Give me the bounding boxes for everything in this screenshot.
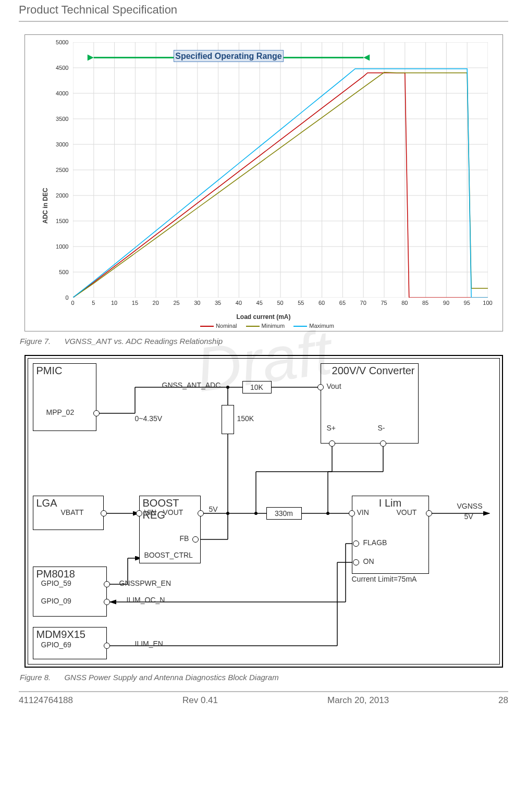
label-range-v: 0~4.35V <box>135 414 163 423</box>
block-diagram-figure-8: PMIC MPP_02 0~4.35V GNSS_ANT_ADC 200V/V … <box>24 355 503 668</box>
pin-vbatt: VBATT <box>61 508 84 516</box>
dot-vbatt <box>101 510 107 516</box>
legend-nominal: Nominal <box>216 323 237 329</box>
pin-sminus: S- <box>378 424 385 432</box>
page-footer: 41124764188 Rev 0.41 March 20, 2013 28 <box>19 691 508 706</box>
pin-fb: FB <box>180 534 189 543</box>
label-vgnss: VGNSS <box>457 502 483 510</box>
pin-vout2: VOUT <box>397 508 417 516</box>
pin-mpp02: MPP_02 <box>46 408 75 416</box>
resistor-10k: 10K <box>242 381 272 393</box>
x-axis-title: Load current (mA) <box>25 313 503 321</box>
dot-gpio59 <box>104 581 110 587</box>
dot-vout1 <box>198 510 204 516</box>
dot-vout-conv <box>317 384 324 390</box>
pin-gpio69: GPIO_69 <box>41 641 71 649</box>
block-pm8018: PM8018 <box>33 567 107 617</box>
legend-minimum: Minimum <box>262 323 285 329</box>
dot-on <box>353 559 359 565</box>
footer-date: March 20, 2013 <box>327 695 389 706</box>
dot-vout2 <box>426 510 432 516</box>
pin-vout-conv: Vout <box>327 382 341 390</box>
block-pmic: PMIC <box>33 363 96 431</box>
pin-gpio09: GPIO_09 <box>41 597 71 605</box>
label-ilim-en: ILIM_EN <box>135 639 163 648</box>
label-gnsspwr-en: GNSSPWR_EN <box>119 579 171 587</box>
pin-vin1: VIN <box>144 508 156 516</box>
dot-gpio69 <box>104 643 110 649</box>
pin-vin2: VIN <box>357 508 369 516</box>
label-5v: 5V <box>209 505 218 513</box>
label-gnss-ant-adc: GNSS_ANT_ADC <box>162 381 221 389</box>
pin-gpio59: GPIO_59 <box>41 579 71 587</box>
pin-boost-ctrl: BOOST_CTRL <box>144 551 193 559</box>
dot-splus <box>329 440 335 447</box>
chart-legend: Nominal Minimum Maximum <box>25 323 503 329</box>
svg-text:Specified Operating Range: Specified Operating Range <box>175 52 282 60</box>
dot-mpp02 <box>93 410 100 416</box>
dot-sminus <box>380 440 386 447</box>
label-150k: 150K <box>237 414 254 423</box>
dot-vin1 <box>136 510 142 516</box>
resistor-330m: 330m <box>266 507 302 520</box>
chart-figure-7: Draft ADC in DEC 05001000150020002500300… <box>24 34 503 331</box>
dot-fb <box>192 536 199 543</box>
footer-rev: Rev 0.41 <box>182 695 218 706</box>
dot-vin2 <box>349 510 355 516</box>
pin-flagb: FLAGB <box>363 538 387 547</box>
pin-splus: S+ <box>327 424 336 432</box>
dot-flagb <box>353 540 359 547</box>
pin-vout1: VOUT <box>163 508 183 516</box>
pin-on: ON <box>363 557 374 565</box>
label-ilim-oc-n: ILIM_OC_N <box>127 596 165 604</box>
footer-page: 28 <box>498 695 508 706</box>
label-vgnss5v: 5V <box>464 512 473 521</box>
figure-7-caption: Figure 7. VGNSS_ANT vs. ADC Readings Rel… <box>20 337 508 346</box>
resistor-150k <box>222 405 234 434</box>
footer-docid: 41124764188 <box>19 695 73 706</box>
legend-maximum: Maximum <box>309 323 334 329</box>
dot-gpio09 <box>104 599 110 605</box>
label-current-limit: Current Limit=75mA <box>352 575 417 583</box>
doc-title: Product Technical Specification <box>19 0 508 21</box>
figure-8-caption: Figure 8. GNSS Power Supply and Antenna … <box>20 673 508 682</box>
